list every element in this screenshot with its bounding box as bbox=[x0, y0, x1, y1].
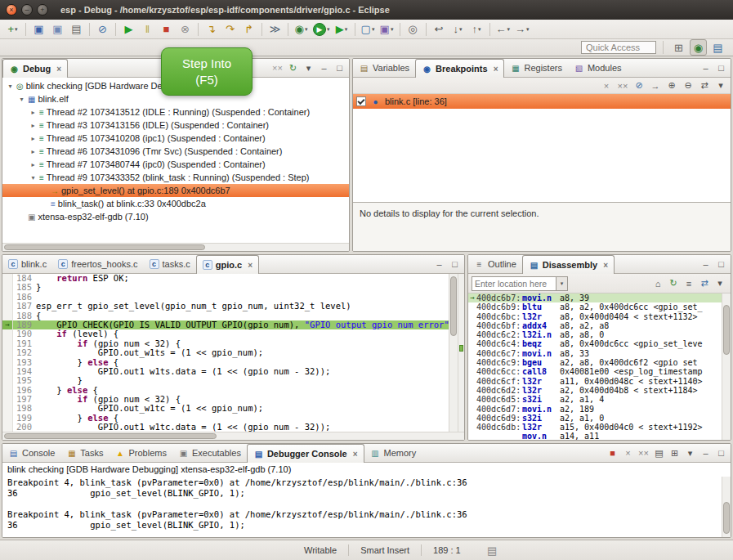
remove-launch-icon[interactable]: × bbox=[621, 446, 635, 460]
print-icon[interactable]: ▤ bbox=[68, 21, 85, 38]
maximize-icon[interactable]: □ bbox=[448, 258, 462, 271]
maximize-icon[interactable]: □ bbox=[714, 258, 728, 271]
breakpoint-checkbox[interactable] bbox=[356, 96, 366, 106]
expander-collapsed-icon[interactable]: ▸ bbox=[28, 122, 38, 129]
debug-tree-item[interactable]: →gpio_set_level() at gpio.c:189 0x400dc6… bbox=[2, 184, 349, 197]
expander-expanded-icon[interactable]: ▾ bbox=[28, 174, 38, 181]
new-cpp-class-icon[interactable]: ▢▾ bbox=[360, 21, 377, 38]
maximize-icon[interactable]: □ bbox=[714, 446, 728, 460]
close-icon[interactable]: × bbox=[603, 261, 608, 270]
code-line[interactable]: →189 GPIO_CHECK(GPIO_IS_VALID_OUTPUT_GPI… bbox=[2, 320, 449, 329]
tab-console[interactable]: ▤ Console bbox=[2, 444, 60, 462]
breakpoint-item[interactable]: ● blink.c [line: 36] bbox=[353, 94, 731, 109]
close-icon[interactable]: × bbox=[353, 450, 358, 459]
disassembly-row[interactable]: 400dc6bf:addx4a8, a2, a8 bbox=[468, 321, 722, 330]
disassembly-rows[interactable]: →400dc6b7:movi.na8, 39400dc6b9:bltua8, a… bbox=[468, 293, 722, 440]
minimize-icon[interactable]: – bbox=[699, 258, 713, 271]
go-to-file-icon[interactable]: → bbox=[648, 78, 663, 92]
disassembly-row[interactable]: 400dc6c4:beqza8, 0x400dc6cc <gpio_set_le… bbox=[468, 339, 722, 348]
tab-debug[interactable]: ◉ Debug × bbox=[2, 59, 68, 78]
external-tools-icon[interactable]: ▶▾ bbox=[333, 21, 351, 38]
disassembly-row[interactable]: 400dc6c7:movi.na8, 33 bbox=[468, 349, 722, 358]
code-line[interactable]: 200 GPIO.out1_w1tc.data = (1 << (gpio_nu… bbox=[2, 423, 449, 432]
pin-console-icon[interactable]: ⊞ bbox=[668, 446, 682, 460]
link-with-debug-view-icon[interactable]: ⇄ bbox=[697, 78, 712, 92]
home-icon[interactable]: ⌂ bbox=[650, 276, 665, 291]
expander-expanded-icon[interactable]: ▾ bbox=[16, 96, 27, 103]
disassembly-row[interactable]: 400dc6cf:l32ra11, 0x400d048c <_stext+114… bbox=[468, 377, 722, 386]
code-line[interactable]: 192 GPIO.out_w1ts = (1 << gpio_num); bbox=[2, 348, 449, 357]
location-input[interactable] bbox=[472, 276, 556, 291]
close-icon[interactable]: × bbox=[494, 65, 498, 74]
view-menu-icon[interactable]: ▾ bbox=[713, 276, 727, 291]
show-breakpoints-supported-icon[interactable]: ⊘ bbox=[632, 78, 646, 92]
maximize-icon[interactable]: □ bbox=[714, 61, 728, 75]
code-line[interactable]: 190 if (level) { bbox=[2, 329, 449, 338]
suspend-icon[interactable]: ‖ bbox=[139, 21, 156, 38]
code-line[interactable]: 196 } else { bbox=[2, 386, 449, 395]
tab-problems[interactable]: ▲ Problems bbox=[109, 444, 172, 462]
code-line[interactable]: 197 if (gpio_num < 32) { bbox=[2, 395, 449, 404]
sync-with-active-context-icon[interactable]: ⇄ bbox=[697, 276, 712, 291]
tab-tasks[interactable]: ▦ Tasks bbox=[60, 444, 109, 462]
remove-all-breakpoints-icon[interactable]: ×× bbox=[615, 78, 630, 92]
chevron-down-icon[interactable]: ▾ bbox=[556, 276, 568, 291]
code-line[interactable]: 193 } else { bbox=[2, 358, 449, 367]
tab-gpio-c[interactable]: c gpio.c × bbox=[196, 255, 259, 274]
refresh-icon[interactable]: ↻ bbox=[666, 276, 681, 291]
perspective-cpp-icon[interactable]: ▤ bbox=[709, 39, 726, 56]
code-line[interactable]: 199 } else { bbox=[2, 414, 449, 423]
back-icon[interactable]: ←▾ bbox=[494, 21, 512, 38]
editor-hscrollbar[interactable] bbox=[2, 432, 464, 440]
tab-registers[interactable]: ▦ Registers bbox=[504, 59, 567, 77]
expander-collapsed-icon[interactable]: ▸ bbox=[28, 148, 38, 155]
disassembly-row[interactable]: →400dc6b7:movi.na8, 39 bbox=[468, 293, 722, 302]
view-menu-icon[interactable]: ▾ bbox=[302, 61, 315, 75]
disassembly-row[interactable]: 400dc6d2:l32ra2, 0x400d04b8 <_stext+1184… bbox=[468, 386, 722, 395]
debug-hscrollbar[interactable] bbox=[2, 243, 349, 251]
window-minimize-button[interactable]: – bbox=[21, 4, 33, 16]
show-source-icon[interactable]: ≡ bbox=[682, 276, 696, 291]
resume-icon[interactable]: ▶ bbox=[120, 21, 137, 38]
disassembly-row[interactable]: 400dc6d9:s32ia2, a1, 0 bbox=[468, 414, 722, 423]
step-return-icon[interactable]: ↱ bbox=[240, 21, 257, 38]
debug-icon[interactable]: ◉▾ bbox=[293, 21, 310, 38]
remove-all-launches-icon[interactable]: ×× bbox=[637, 446, 650, 460]
close-icon[interactable]: × bbox=[248, 261, 253, 270]
expander-expanded-icon[interactable]: ▾ bbox=[5, 83, 16, 90]
window-maximize-button[interactable]: + bbox=[37, 4, 48, 16]
terminate-console-icon[interactable]: ■ bbox=[606, 446, 619, 460]
expander-collapsed-icon[interactable]: ▸ bbox=[28, 109, 38, 116]
restart-icon[interactable]: ↻ bbox=[286, 61, 300, 75]
disassembly-row[interactable]: mov.na14, a11 bbox=[468, 432, 722, 440]
code-line[interactable]: 191 if (gpio_num < 32) { bbox=[2, 339, 449, 348]
perspective-debug-icon[interactable]: ◉ bbox=[690, 39, 707, 56]
new-wizard-icon[interactable]: +▾ bbox=[4, 21, 21, 38]
open-perspective-icon[interactable]: ⊞ bbox=[670, 39, 687, 56]
debug-tree-item[interactable]: ▸≡Thread #6 1073431096 (Tmr Svc) (Suspen… bbox=[2, 145, 349, 158]
expand-all-icon[interactable]: ⊕ bbox=[664, 78, 679, 92]
debug-tree-item[interactable]: ≡blink_task() at blink.c:33 0x400dbc2a bbox=[2, 197, 349, 210]
disassembly-row[interactable]: 400dc6c9:bgeua2, a8, 0x400dc6f2 <gpio_se… bbox=[468, 358, 722, 367]
maximize-icon[interactable]: □ bbox=[333, 61, 346, 75]
tab-blink-c[interactable]: c blink.c bbox=[2, 255, 52, 273]
console-vscrollbar[interactable] bbox=[722, 477, 731, 537]
terminate-icon[interactable]: ■ bbox=[158, 21, 175, 38]
code-line[interactable]: 195 } bbox=[2, 376, 449, 385]
scrollbar-thumb[interactable] bbox=[4, 433, 217, 439]
code-line[interactable]: 185} bbox=[2, 283, 449, 292]
tab-outline[interactable]: ≡ Outline bbox=[468, 255, 522, 273]
code-line[interactable]: 188{ bbox=[2, 311, 449, 320]
scrollbar-thumb[interactable] bbox=[723, 502, 730, 533]
disassembly-row[interactable]: 400dc6d5:s32ia2, a1, 4 bbox=[468, 395, 722, 404]
disassembly-row[interactable]: 400dc6cc:call80x40081e00 <esp_log_timest… bbox=[468, 367, 722, 376]
new-file-icon[interactable]: ▣▾ bbox=[378, 21, 396, 38]
debug-tree-item[interactable]: ▸≡Thread #2 1073413512 (IDLE : Running) … bbox=[2, 105, 349, 119]
code-area[interactable]: 184 return ESP_OK;185}186187esp_err_t gp… bbox=[2, 274, 449, 432]
close-icon[interactable]: × bbox=[56, 65, 61, 74]
minimize-icon[interactable]: – bbox=[699, 61, 713, 75]
debug-tree-item[interactable]: ▾≡Thread #9 1073433352 (blink_task : Run… bbox=[2, 171, 349, 184]
quick-access-input[interactable]: Quick Access bbox=[581, 41, 656, 54]
save-icon[interactable]: ▣ bbox=[30, 21, 47, 38]
tab-breakpoints[interactable]: ◉ Breakpoints × bbox=[415, 59, 504, 78]
